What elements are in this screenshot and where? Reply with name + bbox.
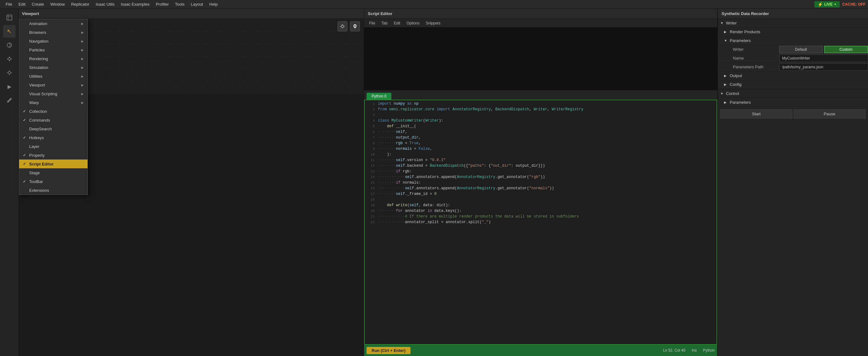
dropdown-item-utilities[interactable]: Utilities (19, 72, 88, 80)
code-line-3: 3 (365, 113, 717, 119)
dropdown-item-deepsearch[interactable]: DeepSearch (19, 124, 88, 133)
run-button[interactable]: Run (Ctrl + Enter) (367, 347, 410, 354)
menu-help[interactable]: Help (206, 1, 221, 7)
params-path-input[interactable] (779, 63, 868, 71)
code-editor[interactable]: 1 import numpy as np 2 from omni.replica… (364, 100, 717, 345)
script-menu-options[interactable]: Options (404, 20, 422, 26)
dropdown-item-toolbar[interactable]: ToolBar (19, 177, 88, 186)
custom-button[interactable]: Custom (824, 46, 868, 53)
sidebar-icon-view[interactable] (3, 66, 16, 79)
dropdown-item-stage[interactable]: Stage (19, 168, 88, 177)
code-line-19: 19 def write(self, data: dict): (365, 203, 717, 209)
dropdown-item-layer[interactable]: Layer (19, 142, 88, 151)
writer-selector-row: Writer Default Custom (718, 45, 868, 54)
svg-marker-3 (8, 60, 10, 61)
svg-point-1 (7, 43, 11, 47)
control-row[interactable]: ▼ Control (718, 89, 868, 98)
render-products-row[interactable]: ▶ Render Products (718, 28, 868, 36)
script-tab-python0[interactable]: Python 0 (367, 93, 391, 100)
code-line-13: 13 ········if rgb: (365, 169, 717, 175)
dropdown-item-particles[interactable]: Particles (19, 45, 88, 54)
script-menu-snippets[interactable]: Snippets (423, 20, 443, 26)
script-menu-edit[interactable]: Edit (391, 20, 403, 26)
name-value-area (779, 55, 868, 62)
dropdown-item-navigation[interactable]: Navigation (19, 37, 88, 45)
code-line-4: 4 class MyCustomWriter(Writer): (365, 119, 717, 124)
dropdown-item-animation[interactable]: Animation (19, 19, 88, 28)
svg-marker-5 (10, 58, 12, 60)
right-panel-title: Synthetic Data Recorder (718, 9, 868, 19)
writer-selector-buttons: Default Custom (779, 46, 868, 53)
writer-section: ▼ Writer ▶ Render Products ▼ Parameters … (718, 19, 868, 89)
dropdown-item-hotkeys[interactable]: Hotkeys (19, 133, 88, 142)
control-label: Control (726, 91, 739, 96)
control-parameters-row[interactable]: ▶ Parameters (718, 98, 868, 107)
code-line-14: 14 ············self.annotators.append(An… (365, 175, 717, 181)
cache-button[interactable]: CACHE: OFF (842, 2, 866, 7)
code-line-12: 12 ········self.backend = BackendDispatc… (365, 164, 717, 169)
code-line-10: 10 ): (365, 152, 717, 158)
menu-window[interactable]: Window (47, 1, 68, 7)
code-line-5: 5 def __init__( (365, 124, 717, 130)
start-button[interactable]: Start (720, 109, 793, 119)
menu-replicator[interactable]: Replicator (68, 1, 93, 7)
dropdown-item-warp[interactable]: Warp (19, 98, 88, 107)
default-button[interactable]: Default (779, 46, 823, 53)
menu-profiler[interactable]: Profiler (153, 1, 172, 7)
parameters-row[interactable]: ▼ Parameters (718, 36, 868, 45)
viewport-marker-icon[interactable] (350, 21, 360, 31)
dropdown-item-rendering[interactable]: Rendering (19, 54, 88, 63)
dropdown-item-viewport[interactable]: Viewport (19, 80, 88, 89)
writer-row[interactable]: ▼ Writer (718, 19, 868, 28)
viewport-light-icon[interactable] (337, 21, 347, 31)
sidebar-icon-rotate[interactable] (3, 39, 16, 52)
dropdown-item-browsers[interactable]: Browsers (19, 28, 88, 37)
parameters-label: Parameters (730, 38, 751, 43)
name-row: Name (718, 54, 868, 63)
svg-marker-4 (7, 58, 8, 60)
script-editor-panel: Script Editor File Tab Edit Options Snip… (364, 9, 717, 356)
code-line-22: 22 ············annotator_split = annotat… (365, 220, 717, 226)
sidebar-icon-move[interactable] (3, 53, 16, 65)
params-path-value-area (779, 63, 868, 71)
config-label: Config (730, 82, 742, 87)
menu-isaac-utils[interactable]: Isaac Utils (93, 1, 118, 7)
dropdown-item-extensions[interactable]: Extensions (19, 186, 88, 195)
menu-file[interactable]: File (2, 1, 16, 7)
left-sidebar: ↖ ▶ (0, 9, 19, 356)
dropdown-item-collection[interactable]: Collection (19, 107, 88, 116)
name-input[interactable] (779, 55, 868, 62)
config-row[interactable]: ▶ Config (718, 80, 868, 89)
render-products-label: Render Products (730, 29, 761, 34)
code-line-15: 15 ········if normals: (365, 181, 717, 186)
menu-create[interactable]: Create (29, 1, 47, 7)
status-bar-right: Ln 52, Col 40 Ins Python (663, 348, 715, 353)
pause-button[interactable]: Pause (794, 109, 866, 119)
menu-layout[interactable]: Layout (188, 1, 206, 7)
dropdown-item-script-editor[interactable]: Script Editor (19, 160, 88, 168)
sidebar-icon-play[interactable]: ▶ (3, 80, 16, 93)
insert-mode: Ins (692, 348, 697, 353)
live-button[interactable]: ⚡ LIVE ▼ (814, 1, 840, 7)
writer-label: Writer (726, 21, 737, 25)
dropdown-item-property[interactable]: Property (19, 151, 88, 160)
dropdown-item-simulation[interactable]: Simulation (19, 63, 88, 72)
control-buttons-area: Start Pause (720, 109, 866, 119)
code-line-11: 11 ········self.version = "0.0.1" (365, 158, 717, 164)
output-row[interactable]: ▶ Output (718, 71, 868, 80)
dropdown-item-visual-scripting[interactable]: Visual Scripting (19, 89, 88, 98)
script-menu-file[interactable]: File (367, 20, 377, 26)
menu-tools[interactable]: Tools (172, 1, 188, 7)
script-empty-area (364, 28, 717, 90)
code-line-17: 17 ········self._frame_id = 0 (365, 192, 717, 197)
dropdown-item-commands[interactable]: Commands (19, 116, 88, 124)
menu-isaac-examples[interactable]: Isaac Examples (118, 1, 153, 7)
svg-point-6 (8, 71, 11, 74)
cursor-position: Ln 52, Col 40 (663, 348, 685, 353)
code-line-20: 20 ········for annotator in data.keys(): (365, 209, 717, 214)
sidebar-icon-cursor[interactable]: ↖ (3, 25, 16, 38)
sidebar-icon-viewport[interactable] (3, 11, 16, 24)
sidebar-icon-graph[interactable] (3, 94, 16, 106)
script-menu-tab[interactable]: Tab (379, 20, 390, 26)
menu-edit[interactable]: Edit (16, 1, 29, 7)
